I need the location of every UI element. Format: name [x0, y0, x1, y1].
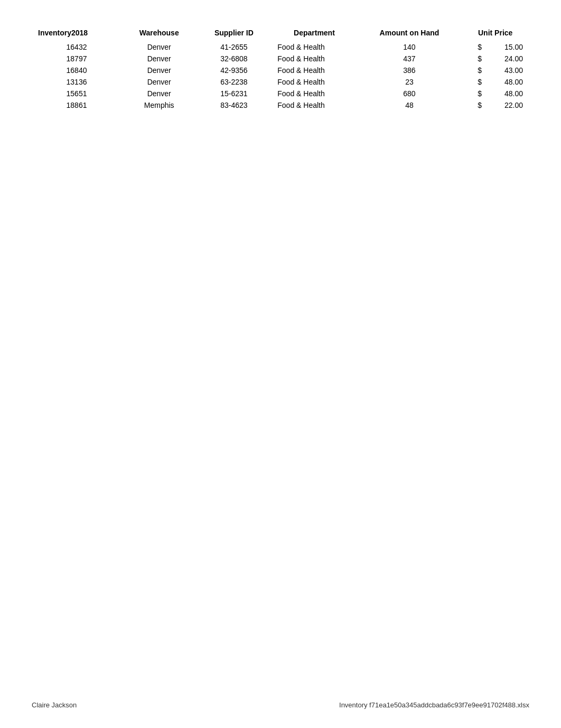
cell-amount-on-hand: 437 [358, 53, 462, 64]
cell-department: Food & Health [271, 88, 357, 99]
cell-unit-price: 15.00 [483, 41, 529, 53]
table-row: 18797Denver32-6808Food & Health437$24.00 [32, 53, 529, 64]
cell-amount-on-hand: 140 [358, 41, 462, 53]
cell-inventory: 18861 [32, 99, 121, 111]
cell-amount-on-hand: 23 [358, 76, 462, 88]
table-row: 15651Denver15-6231Food & Health680$48.00 [32, 88, 529, 99]
table-row: 18861Memphis83-4623Food & Health48$22.00 [32, 99, 529, 111]
col-header-amount-on-hand: Amount on Hand [358, 25, 462, 41]
cell-amount-on-hand: 386 [358, 64, 462, 76]
cell-warehouse: Denver [121, 88, 197, 99]
col-header-supplier-id: Supplier ID [197, 25, 271, 41]
cell-amount-on-hand: 48 [358, 99, 462, 111]
cell-currency-symbol: $ [461, 88, 483, 99]
cell-department: Food & Health [271, 99, 357, 111]
footer-user: Claire Jackson [32, 701, 77, 709]
table-header-row: Inventory2018 Warehouse Supplier ID Depa… [32, 25, 529, 41]
col-header-warehouse: Warehouse [121, 25, 197, 41]
col-header-unit-price: Unit Price [461, 25, 529, 41]
cell-warehouse: Denver [121, 64, 197, 76]
cell-unit-price: 24.00 [483, 53, 529, 64]
cell-currency-symbol: $ [461, 76, 483, 88]
cell-warehouse: Denver [121, 76, 197, 88]
footer-filename: Inventory f71ea1e50a345addcbada6c93f7e9e… [339, 701, 529, 709]
cell-inventory: 16840 [32, 64, 121, 76]
cell-warehouse: Memphis [121, 99, 197, 111]
table-row: 16840Denver42-9356Food & Health386$43.00 [32, 64, 529, 76]
cell-currency-symbol: $ [461, 64, 483, 76]
cell-department: Food & Health [271, 41, 357, 53]
cell-unit-price: 22.00 [483, 99, 529, 111]
cell-supplier-id: 41-2655 [197, 41, 271, 53]
cell-currency-symbol: $ [461, 41, 483, 53]
footer: Claire Jackson Inventory f71ea1e50a345ad… [32, 701, 529, 709]
cell-amount-on-hand: 680 [358, 88, 462, 99]
cell-inventory: 18797 [32, 53, 121, 64]
cell-warehouse: Denver [121, 53, 197, 64]
cell-department: Food & Health [271, 76, 357, 88]
cell-department: Food & Health [271, 64, 357, 76]
cell-warehouse: Denver [121, 41, 197, 53]
table-row: 13136Denver63-2238Food & Health23$48.00 [32, 76, 529, 88]
cell-unit-price: 48.00 [483, 76, 529, 88]
col-header-department: Department [271, 25, 357, 41]
col-header-inventory: Inventory2018 [32, 25, 121, 41]
cell-department: Food & Health [271, 53, 357, 64]
cell-supplier-id: 83-4623 [197, 99, 271, 111]
cell-currency-symbol: $ [461, 53, 483, 64]
cell-supplier-id: 15-6231 [197, 88, 271, 99]
cell-inventory: 13136 [32, 76, 121, 88]
inventory-table: Inventory2018 Warehouse Supplier ID Depa… [32, 25, 529, 111]
cell-currency-symbol: $ [461, 99, 483, 111]
cell-unit-price: 43.00 [483, 64, 529, 76]
cell-supplier-id: 32-6808 [197, 53, 271, 64]
cell-inventory: 16432 [32, 41, 121, 53]
cell-unit-price: 48.00 [483, 88, 529, 99]
cell-inventory: 15651 [32, 88, 121, 99]
cell-supplier-id: 63-2238 [197, 76, 271, 88]
table-row: 16432Denver41-2655Food & Health140$15.00 [32, 41, 529, 53]
cell-supplier-id: 42-9356 [197, 64, 271, 76]
main-content: Inventory2018 Warehouse Supplier ID Depa… [0, 0, 561, 111]
